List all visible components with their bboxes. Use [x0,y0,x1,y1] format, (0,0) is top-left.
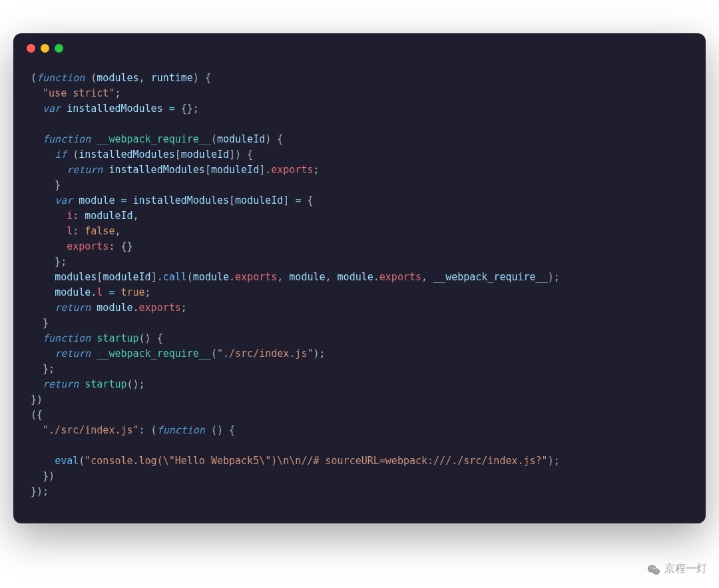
code-line: return installedModules[moduleId].export… [31,162,688,178]
code-line: return module.exports; [31,300,688,316]
titlebar [13,33,706,63]
watermark-text: 京程一灯 [664,562,707,576]
code-line: }); [31,484,688,499]
code-block: (function (modules, runtime) { "use stri… [13,63,706,523]
code-line: var module = installedModules[moduleId] … [31,193,688,208]
code-line: }; [31,362,688,377]
maximize-icon[interactable] [55,44,63,53]
code-line: return startup(); [31,377,688,392]
code-line [31,438,688,453]
code-line: } [31,178,688,193]
code-line: return __webpack_require__("./src/index.… [31,346,688,362]
code-line: }) [31,469,688,484]
code-line: "./src/index.js": (function () { [31,423,688,438]
code-line: } [31,316,688,331]
code-window: (function (modules, runtime) { "use stri… [13,33,706,523]
code-line: eval("console.log(\"Hello Webpack5\")\n\… [31,453,688,469]
code-line: }) [31,392,688,408]
code-line: exports: {} [31,239,688,254]
code-line: function startup() { [31,331,688,346]
code-line: ({ [31,408,688,423]
minimize-icon[interactable] [41,44,49,53]
watermark: 京程一灯 [647,562,707,576]
code-line: (function (modules, runtime) { [31,71,688,86]
code-line: function __webpack_require__(moduleId) { [31,132,688,147]
code-line: l: false, [31,224,688,239]
close-icon[interactable] [27,44,35,53]
code-line: if (installedModules[moduleId]) { [31,147,688,162]
code-line: }; [31,254,688,270]
code-line: module.l = true; [31,285,688,300]
code-line [31,117,688,132]
code-line: i: moduleId, [31,208,688,224]
wechat-icon [647,563,660,575]
code-line: "use strict"; [31,86,688,101]
code-line: var installedModules = {}; [31,101,688,117]
code-line: modules[moduleId].call(module.exports, m… [31,270,688,285]
